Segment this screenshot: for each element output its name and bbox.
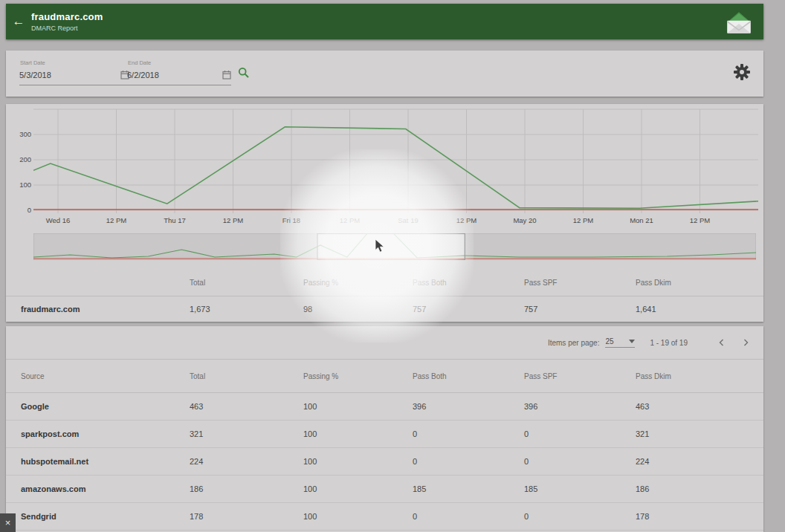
- source-cell: 396: [413, 402, 524, 411]
- x-axis-tick-label: 12 PM: [456, 216, 477, 224]
- x-axis-tick-label: 12 PM: [340, 216, 360, 224]
- source-cell: 463: [190, 402, 303, 411]
- start-date-value[interactable]: 5/3/2018: [19, 71, 51, 80]
- summary-domain-name: fraudmarc.com: [21, 305, 190, 314]
- end-date-value[interactable]: 6/2/2018: [127, 71, 159, 80]
- start-date-label: Start Date: [20, 59, 129, 66]
- sources-column-header: Passing %: [303, 372, 413, 380]
- calendar-icon[interactable]: [222, 70, 231, 80]
- source-name: Google: [21, 402, 190, 411]
- summary-cell: 757: [524, 305, 636, 314]
- x-axis-tick-label: Fri 18: [282, 216, 300, 224]
- table-row[interactable]: Sendgrid17810000178: [6, 503, 763, 531]
- source-cell: 0: [524, 457, 636, 466]
- sources-header-row: SourceTotalPassing %Pass BothPass SPFPas…: [6, 360, 763, 393]
- source-cell: 100: [303, 484, 413, 493]
- chevron-right-icon: [741, 338, 750, 347]
- app-header: ← fraudmarc.com DMARC Report: [6, 4, 763, 39]
- summary-cell: 1,673: [190, 305, 303, 314]
- summary-cell: 1,641: [636, 305, 763, 314]
- source-name: Sendgrid: [21, 512, 190, 521]
- gear-icon[interactable]: [733, 63, 751, 81]
- sources-column-header: Total: [190, 372, 303, 380]
- source-cell: 100: [303, 512, 413, 521]
- x-axis-tick-label: Sat 19: [398, 216, 418, 224]
- summary-column-header: Total: [190, 279, 303, 287]
- summary-row: fraudmarc.com1,673987577571,641: [6, 296, 763, 322]
- next-page-button[interactable]: [740, 337, 752, 348]
- page-subtitle: DMARC Report: [31, 25, 103, 32]
- table-row[interactable]: Google463100396396463: [6, 393, 763, 421]
- end-date-field[interactable]: End Date 6/2/2018: [127, 58, 231, 85]
- items-per-page-label: Items per page:: [548, 339, 599, 347]
- source-cell: 321: [190, 429, 303, 438]
- y-axis-tick-label: 100: [9, 181, 31, 189]
- source-cell: 396: [524, 402, 636, 411]
- x-axis-tick-label: Wed 16: [46, 216, 71, 224]
- source-cell: 185: [524, 484, 636, 493]
- y-axis-tick-label: 200: [9, 155, 31, 163]
- domain-summary-table: TotalPassing %Pass BothPass SPFPass Dkim…: [6, 269, 763, 322]
- sources-column-header: Pass Dkim: [636, 372, 763, 380]
- source-cell: 0: [413, 512, 524, 521]
- table-row[interactable]: amazonaws.com186100185185186: [6, 476, 763, 503]
- sources-card: Items per page: 25 1 - 19 of 19 SourceTo…: [6, 326, 763, 532]
- dmarc-volume-line-chart: [33, 106, 758, 216]
- sources-column-header: Pass Both: [413, 372, 524, 380]
- source-cell: 463: [636, 402, 763, 411]
- source-cell: 0: [524, 512, 636, 521]
- source-name: amazonaws.com: [21, 484, 190, 493]
- table-row[interactable]: sparkpost.com32110000321: [6, 421, 763, 448]
- x-axis-tick-label: 12 PM: [573, 216, 593, 224]
- items-per-page-select[interactable]: 25: [605, 337, 635, 348]
- chart-range-brush[interactable]: [33, 233, 756, 260]
- source-cell: 178: [190, 512, 303, 521]
- page-range-label: 1 - 19 of 19: [650, 339, 688, 347]
- x-axis-tick-label: May 20: [513, 216, 536, 224]
- source-cell: 100: [303, 457, 413, 466]
- sources-table: SourceTotalPassing %Pass BothPass SPFPas…: [6, 360, 763, 531]
- chart-card: 0100200300 Wed 1612 PMThu 1712 PMFri 181…: [6, 104, 763, 322]
- x-axis-tick-label: 12 PM: [690, 216, 710, 224]
- source-cell: 100: [303, 402, 413, 411]
- chevron-left-icon: [717, 338, 726, 347]
- source-cell: 0: [413, 429, 524, 438]
- source-cell: 100: [303, 429, 413, 438]
- source-cell: 178: [636, 512, 763, 521]
- summary-column-header: Pass SPF: [524, 279, 636, 287]
- summary-cell: 98: [303, 305, 413, 314]
- summary-column-header: Pass Dkim: [636, 279, 763, 287]
- table-row[interactable]: hubspotemail.net22410000224: [6, 448, 763, 476]
- source-name: hubspotemail.net: [21, 457, 190, 466]
- open-envelope-logo-icon: [725, 11, 753, 35]
- source-column-header: Source: [21, 372, 190, 380]
- summary-column-header: Passing %: [303, 279, 413, 287]
- previous-page-button[interactable]: [716, 337, 728, 348]
- source-cell: 0: [413, 457, 524, 466]
- source-cell: 185: [413, 484, 524, 493]
- mouse-cursor: [375, 239, 387, 253]
- source-cell: 186: [636, 484, 763, 493]
- source-cell: 224: [636, 457, 763, 466]
- source-cell: 224: [190, 457, 303, 466]
- date-filter-card: Start Date 5/3/2018 End Date 6/2/2018: [6, 51, 763, 97]
- source-name: sparkpost.com: [21, 429, 190, 438]
- x-axis-tick-label: Thu 17: [164, 216, 186, 224]
- x-axis-tick-label: Mon 21: [630, 216, 653, 224]
- search-icon[interactable]: [238, 67, 250, 79]
- summary-column-header: Pass Both: [413, 279, 524, 287]
- y-axis-tick-label: 300: [9, 130, 31, 138]
- x-axis-tick-label: 12 PM: [223, 216, 243, 224]
- summary-header-row: TotalPassing %Pass BothPass SPFPass Dkim: [6, 269, 763, 296]
- caret-down-icon: [629, 340, 635, 343]
- back-button[interactable]: ←: [6, 14, 31, 29]
- close-overlay-button[interactable]: ×: [0, 513, 16, 532]
- y-axis-tick-label: 0: [9, 206, 31, 214]
- page-title: fraudmarc.com: [31, 11, 103, 22]
- summary-cell: 757: [413, 305, 524, 314]
- sources-column-header: Pass SPF: [524, 372, 636, 380]
- items-per-page-value: 25: [605, 337, 613, 346]
- x-axis-tick-label: 12 PM: [106, 216, 126, 224]
- end-date-label: End Date: [128, 59, 231, 66]
- start-date-field[interactable]: Start Date 5/3/2018: [19, 58, 129, 85]
